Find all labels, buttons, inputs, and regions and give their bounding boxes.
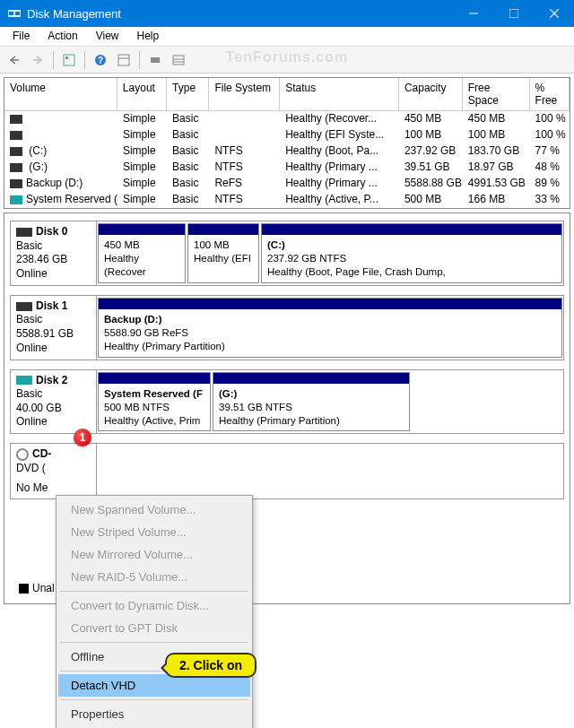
menu-properties[interactable]: Properties <box>58 703 250 725</box>
disk-row-1: Disk 1 Basic 5588.91 GB Online Backup (D… <box>10 295 564 360</box>
volume-fs: ReFS <box>209 176 280 192</box>
svg-rect-4 <box>509 9 518 18</box>
col-type[interactable]: Type <box>167 78 209 111</box>
svg-rect-10 <box>65 56 68 59</box>
volume-icon <box>10 195 22 204</box>
disk2-partition-0[interactable]: System Reserved (F 500 MB NTFS Healthy (… <box>98 372 211 432</box>
menu-new-spanned[interactable]: New Spanned Volume... <box>58 498 250 521</box>
menu-separator <box>60 699 248 700</box>
disk1-partition-0[interactable]: Backup (D:) 5588.90 GB ReFS Healthy (Pri… <box>98 298 562 358</box>
volume-list: Volume Layout Type File System Status Ca… <box>4 77 570 209</box>
disk0-partition-2[interactable]: (C:) 237.92 GB NTFS Healthy (Boot, Page … <box>261 223 562 283</box>
volume-row[interactable]: Simple Basic Healthy (Recover... 450 MB … <box>4 111 570 127</box>
volume-type: Basic <box>167 176 209 192</box>
menu-action[interactable]: Action <box>39 27 86 46</box>
volume-name: System Reserved (... <box>26 193 117 205</box>
volume-capacity: 237.92 GB <box>399 143 463 160</box>
toolbar-separator <box>53 51 54 69</box>
unallocated-legend: Unal <box>19 582 55 594</box>
volume-row[interactable]: (C:) Simple Basic NTFS Healthy (Boot, Pa… <box>4 143 570 160</box>
forward-button[interactable] <box>27 50 48 70</box>
volume-layout: Simple <box>117 143 167 160</box>
toolbar-btn-5[interactable] <box>168 50 189 70</box>
menu-help[interactable]: Help <box>128 27 169 46</box>
titlebar: Disk Management <box>0 0 574 27</box>
minimize-button[interactable] <box>453 0 493 27</box>
disk-mgmt-icon <box>7 6 22 21</box>
volume-capacity: 450 MB <box>399 111 463 127</box>
toolbar-btn-3[interactable] <box>113 50 135 70</box>
col-volume[interactable]: Volume <box>4 78 117 111</box>
svg-rect-16 <box>173 56 184 65</box>
menu-view[interactable]: View <box>87 27 128 46</box>
volume-pctfree: 100 % <box>530 127 570 143</box>
back-button[interactable] <box>4 50 25 70</box>
close-button[interactable] <box>534 0 574 27</box>
volume-capacity: 500 MB <box>399 192 463 208</box>
col-status[interactable]: Status <box>280 78 399 111</box>
disk2-label[interactable]: Disk 2 Basic 40.00 GB Online <box>11 370 97 434</box>
toolbar-btn-4[interactable] <box>144 50 166 70</box>
partition-name: (G:) <box>219 387 404 401</box>
col-pctfree[interactable]: % Free <box>530 78 570 111</box>
help-button[interactable]: ? <box>90 50 111 70</box>
volume-row[interactable]: (G:) Simple Basic NTFS Healthy (Primary … <box>4 160 570 176</box>
menu-new-mirrored[interactable]: New Mirrored Volume... <box>58 543 250 566</box>
menubar: File Action View Help <box>0 27 574 47</box>
disk0-label[interactable]: Disk 0 Basic 238.46 GB Online <box>11 221 97 285</box>
volume-layout: Simple <box>117 160 167 176</box>
menu-convert-dynamic[interactable]: Convert to Dynamic Disk... <box>58 594 250 617</box>
volume-fs: NTFS <box>209 160 280 176</box>
menu-file[interactable]: File <box>4 27 39 46</box>
volume-free: 166 MB <box>463 192 530 208</box>
disk1-type: Basic <box>16 313 91 327</box>
partition-header-bar <box>213 373 409 384</box>
cdrom-title: CD- <box>32 447 51 462</box>
context-menu: New Spanned Volume... New Striped Volume… <box>56 495 253 728</box>
volume-type: Basic <box>167 111 209 127</box>
volume-capacity: 39.51 GB <box>399 160 463 176</box>
volume-free: 450 MB <box>463 111 530 127</box>
partition-size: 450 MB <box>104 238 179 252</box>
volume-row[interactable]: Backup (D:) Simple Basic ReFS Healthy (P… <box>4 176 570 192</box>
volume-fs: NTFS <box>209 192 280 208</box>
disk-icon <box>16 228 32 237</box>
volume-status: Healthy (Primary ... <box>280 176 399 192</box>
col-layout[interactable]: Layout <box>117 78 167 111</box>
volume-pctfree: 89 % <box>530 176 570 192</box>
disk-icon <box>16 302 32 311</box>
toolbar-btn-1[interactable] <box>58 50 80 70</box>
disk1-size: 5588.91 GB <box>16 327 91 342</box>
maximize-button[interactable] <box>493 0 534 27</box>
volume-row[interactable]: System Reserved (... Simple Basic NTFS H… <box>4 192 570 208</box>
volume-free: 183.70 GB <box>463 143 530 160</box>
watermark: TenForums.com <box>226 49 348 65</box>
disk2-title: Disk 2 <box>36 374 67 388</box>
disk-row-2: Disk 2 Basic 40.00 GB Online System Rese… <box>10 369 564 435</box>
menu-separator <box>60 591 248 592</box>
disk0-partition-1[interactable]: 100 MB Healthy (EFI <box>187 223 259 283</box>
volume-type: Basic <box>167 192 209 208</box>
toolbar-separator <box>84 51 85 69</box>
window-title: Disk Management <box>27 7 453 21</box>
menu-separator <box>60 642 248 643</box>
svg-text:?: ? <box>98 56 103 65</box>
volume-row[interactable]: Simple Basic Healthy (EFI Syste... 100 M… <box>4 127 570 143</box>
menu-new-striped[interactable]: New Striped Volume... <box>58 521 250 543</box>
volume-icon <box>10 115 22 124</box>
col-freespace[interactable]: Free Space <box>463 78 530 111</box>
volume-free: 100 MB <box>463 127 530 143</box>
volume-name: Backup (D:) <box>26 177 83 189</box>
annotation-step-1: 1 <box>74 429 91 446</box>
col-filesystem[interactable]: File System <box>209 78 280 111</box>
disk2-partition-1[interactable]: (G:) 39.51 GB NTFS Healthy (Primary Part… <box>213 372 410 432</box>
menu-convert-gpt[interactable]: Convert to GPT Disk <box>58 617 250 639</box>
disk2-state: Online <box>16 415 91 429</box>
disk1-label[interactable]: Disk 1 Basic 5588.91 GB Online <box>11 296 97 360</box>
cdrom-label[interactable]: CD- DVD ( No Me <box>11 444 97 498</box>
volume-name: (G:) <box>26 160 48 173</box>
menu-new-raid5[interactable]: New RAID-5 Volume... <box>58 566 250 588</box>
volume-columns-header: Volume Layout Type File System Status Ca… <box>4 78 570 111</box>
col-capacity[interactable]: Capacity <box>399 78 463 111</box>
disk0-partition-0[interactable]: 450 MB Healthy (Recover <box>98 223 186 283</box>
